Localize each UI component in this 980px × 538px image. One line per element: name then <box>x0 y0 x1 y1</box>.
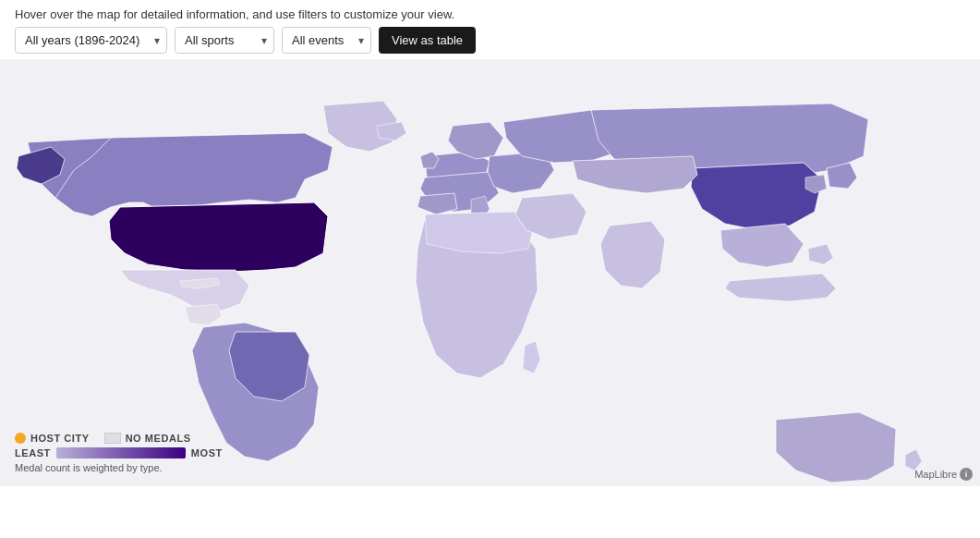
gradient-bar <box>56 447 186 459</box>
sports-filter-wrapper[interactable]: All sportsAthleticsSwimmingGymnasticsCyc… <box>175 27 274 54</box>
legend-host-city: HOST CITY <box>15 433 90 444</box>
info-icon[interactable]: i <box>960 468 973 481</box>
maplibre-credit: MapLibre i <box>914 468 973 481</box>
legend-row-symbols: HOST CITY NO MEDALS <box>15 433 223 444</box>
legend-gradient-row: LEAST MOST <box>15 447 223 459</box>
years-filter[interactable]: All years (1896-2024)2024202020162012200… <box>15 27 167 54</box>
legend-footnote: Medal count is weighted by type. <box>15 462 223 473</box>
view-table-button[interactable]: View as table <box>379 27 476 54</box>
host-city-icon <box>15 433 26 444</box>
events-filter[interactable]: All eventsMen'sWomen'sMixed <box>282 27 371 54</box>
events-filter-wrapper[interactable]: All eventsMen'sWomen'sMixed <box>282 27 371 54</box>
years-filter-wrapper[interactable]: All years (1896-2024)2024202020162012200… <box>15 27 167 54</box>
map-legend: HOST CITY NO MEDALS LEAST MOST Medal cou… <box>15 433 223 473</box>
no-medals-icon <box>104 433 121 444</box>
map-container[interactable]: HOST CITY NO MEDALS LEAST MOST Medal cou… <box>0 59 980 486</box>
hint-text: Hover over the map for detailed informat… <box>0 0 980 27</box>
world-map[interactable] <box>0 59 980 486</box>
legend-no-medals: NO MEDALS <box>104 433 191 444</box>
sports-filter[interactable]: All sportsAthleticsSwimmingGymnasticsCyc… <box>175 27 274 54</box>
filters-row: All years (1896-2024)2024202020162012200… <box>0 27 980 59</box>
